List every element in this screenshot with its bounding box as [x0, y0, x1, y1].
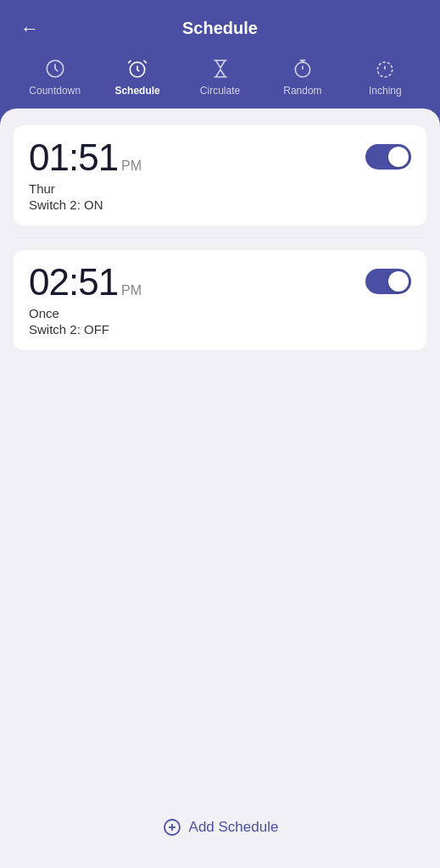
tab-inching[interactable]: Inching — [344, 57, 426, 97]
random-label: Random — [283, 85, 321, 97]
divider — [14, 237, 426, 238]
hourglass-icon — [209, 57, 232, 81]
content-area: 01:51 PM Thur Switch 2: ON 02:51 — [14, 125, 426, 804]
add-schedule-label: Add Schedule — [189, 819, 279, 836]
schedule-day-1: Thur — [29, 181, 411, 196]
toggle-track-1 — [365, 144, 411, 170]
main-card: 01:51 PM Thur Switch 2: ON 02:51 — [0, 108, 440, 868]
ampm-2: PM — [121, 283, 142, 298]
tab-schedule[interactable]: Schedule — [96, 57, 178, 97]
time-row-2: 02:51 PM — [29, 264, 411, 301]
toggle-1[interactable] — [365, 144, 411, 170]
clock-icon — [43, 57, 67, 81]
back-button[interactable]: ← — [14, 14, 46, 43]
schedule-switch-2: Switch 2: OFF — [29, 322, 411, 337]
svg-line-3 — [144, 60, 147, 63]
tab-random[interactable]: Random — [261, 57, 343, 97]
nav-tabs: Countdown Schedule Circulate — [14, 48, 426, 108]
countdown-label: Countdown — [29, 85, 81, 97]
time-display-2: 02:51 PM — [29, 264, 142, 301]
schedule-day-2: Once — [29, 306, 411, 320]
schedule-info-2: Once Switch 2: OFF — [29, 306, 411, 337]
ampm-1: PM — [121, 159, 142, 174]
schedule-switch-1: Switch 2: ON — [29, 198, 411, 212]
tab-circulate[interactable]: Circulate — [179, 57, 261, 97]
alarm-icon — [125, 57, 149, 81]
add-circle-icon — [162, 817, 182, 837]
add-schedule-button[interactable]: Add Schedule — [14, 804, 426, 851]
time-2: 02:51 — [29, 264, 118, 301]
schedule-label: Schedule — [114, 85, 159, 97]
schedule-info-1: Thur Switch 2: ON — [29, 181, 411, 212]
toggle-thumb-2 — [388, 271, 409, 292]
time-1: 01:51 — [29, 139, 118, 176]
timer-icon — [373, 57, 397, 81]
time-display-1: 01:51 PM — [29, 139, 142, 176]
circulate-label: Circulate — [200, 85, 240, 97]
header-top: ← Schedule — [14, 12, 426, 48]
time-row-1: 01:51 PM — [29, 139, 411, 176]
svg-line-2 — [128, 60, 131, 63]
schedule-item-1[interactable]: 01:51 PM Thur Switch 2: ON — [14, 125, 426, 225]
page-title: Schedule — [182, 19, 258, 38]
schedule-item-2[interactable]: 02:51 PM Once Switch 2: OFF — [14, 250, 426, 350]
inching-label: Inching — [369, 85, 402, 97]
toggle-2[interactable] — [365, 269, 411, 294]
stopwatch-icon — [291, 57, 315, 81]
toggle-thumb-1 — [388, 147, 409, 167]
toggle-track-2 — [365, 269, 411, 294]
tab-countdown[interactable]: Countdown — [14, 57, 96, 97]
header: ← Schedule Countdown S — [0, 0, 440, 108]
